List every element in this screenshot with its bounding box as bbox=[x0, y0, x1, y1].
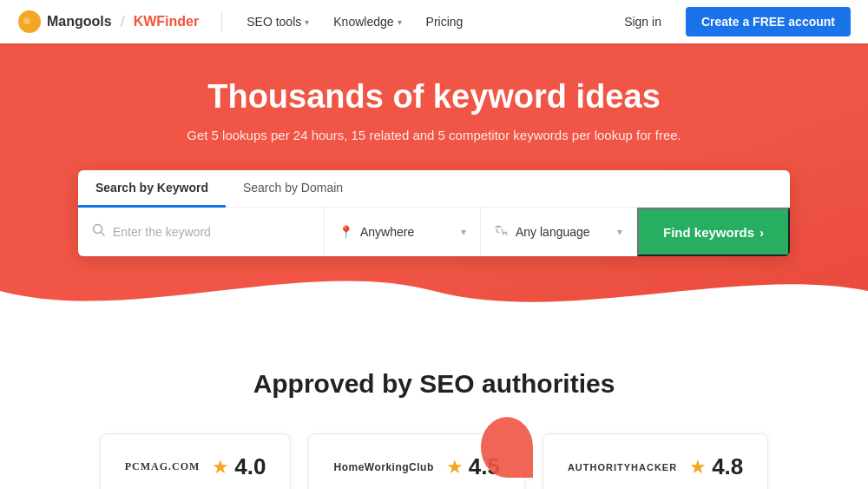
language-icon bbox=[495, 225, 509, 240]
svg-line-3 bbox=[102, 233, 105, 236]
brand-product: KWFinder bbox=[134, 14, 200, 30]
keyword-input-wrap bbox=[78, 208, 325, 256]
lower-section: Approved by SEO authorities PCMAG.COM ★ … bbox=[0, 326, 868, 489]
language-dropdown[interactable]: Any language ▾ bbox=[481, 208, 637, 256]
brand-name: Mangools bbox=[47, 14, 112, 30]
rating-card-hwc: HomeWorkingClub ★ 4.5 bbox=[308, 433, 524, 489]
search-fields: 📍 Anywhere ▾ Any language ▾ Find keyword… bbox=[78, 208, 790, 256]
nav-actions: Sign in Create a FREE account bbox=[614, 7, 851, 36]
red-decoration bbox=[481, 417, 533, 478]
star-icon: ★ bbox=[212, 456, 229, 479]
svg-point-1 bbox=[23, 17, 30, 24]
rating-card-ah: AUTHORITYHACKER ★ 4.8 bbox=[542, 433, 768, 489]
signup-button[interactable]: Create a FREE account bbox=[686, 7, 851, 36]
pcmag-score: 4.0 bbox=[234, 453, 266, 480]
wave-decoration bbox=[0, 256, 868, 326]
navbar: Mangools / KWFinder SEO tools ▾ Knowledg… bbox=[0, 0, 868, 43]
keyword-input[interactable] bbox=[113, 225, 310, 239]
ah-score: 4.8 bbox=[712, 453, 743, 480]
find-keywords-button[interactable]: Find keywords › bbox=[637, 208, 790, 256]
location-pin-icon: 📍 bbox=[339, 225, 353, 239]
location-chevron-icon: ▾ bbox=[461, 226, 466, 238]
tab-search-keyword[interactable]: Search by Keyword bbox=[78, 170, 226, 208]
location-dropdown[interactable]: 📍 Anywhere ▾ bbox=[325, 208, 481, 256]
pcmag-brand: PCMAG.COM bbox=[125, 460, 201, 473]
language-chevron-icon: ▾ bbox=[617, 226, 622, 238]
tab-search-domain[interactable]: Search by Domain bbox=[226, 170, 360, 208]
hero-subtitle: Get 5 lookups per 24 hours, 15 related a… bbox=[187, 128, 681, 142]
brand-divider: / bbox=[121, 13, 125, 31]
signin-button[interactable]: Sign in bbox=[614, 10, 672, 34]
nav-seo-tools[interactable]: SEO tools ▾ bbox=[236, 10, 319, 34]
hwc-brand: HomeWorkingClub bbox=[333, 461, 433, 473]
nav-separator bbox=[221, 11, 222, 32]
knowledge-chevron-icon: ▾ bbox=[398, 17, 402, 27]
language-value: Any language bbox=[516, 225, 610, 239]
hero-title: Thousands of keyword ideas bbox=[207, 78, 661, 116]
ratings-row: PCMAG.COM ★ 4.0 HomeWorkingClub ★ 4.5 AU… bbox=[17, 433, 851, 489]
star-icon: ★ bbox=[446, 456, 464, 479]
ah-rating: ★ 4.8 bbox=[689, 453, 743, 480]
approved-title: Approved by SEO authorities bbox=[17, 369, 851, 399]
pcmag-rating: ★ 4.0 bbox=[212, 453, 266, 480]
star-icon: ★ bbox=[689, 456, 707, 479]
ah-brand: AUTHORITYHACKER bbox=[568, 462, 677, 472]
rating-card-pcmag: PCMAG.COM ★ 4.0 bbox=[100, 433, 292, 489]
seo-tools-chevron-icon: ▾ bbox=[305, 17, 309, 27]
brand-logo-area[interactable]: Mangools / KWFinder bbox=[17, 10, 199, 34]
nav-knowledge[interactable]: Knowledge ▾ bbox=[323, 10, 411, 34]
hero-section: Thousands of keyword ideas Get 5 lookups… bbox=[0, 43, 868, 326]
location-value: Anywhere bbox=[360, 225, 454, 239]
nav-pricing[interactable]: Pricing bbox=[416, 10, 474, 34]
mangools-logo-icon bbox=[17, 10, 42, 34]
search-tabs: Search by Keyword Search by Domain bbox=[78, 170, 790, 208]
search-icon bbox=[92, 223, 106, 241]
find-arrow-icon: › bbox=[760, 225, 764, 240]
nav-links: SEO tools ▾ Knowledge ▾ Pricing bbox=[236, 10, 614, 34]
search-box: Search by Keyword Search by Domain 📍 Any… bbox=[78, 170, 790, 256]
